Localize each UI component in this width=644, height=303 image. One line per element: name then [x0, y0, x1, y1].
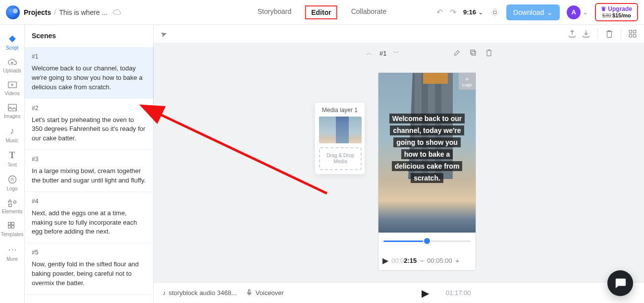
top-bar: Projects / This is where ... Storyboard …: [0, 0, 644, 25]
grid-icon[interactable]: [628, 29, 637, 38]
breadcrumb-root[interactable]: Projects: [24, 8, 51, 16]
scene-item[interactable]: #1 Welcome back to our channel, today we…: [25, 47, 153, 99]
top-nav: Storyboard Editor Collaborate: [255, 5, 390, 19]
preview-time-row: ▶ 00:02:15 − 00:05:00 +: [382, 256, 472, 265]
script-icon: ◆: [9, 33, 16, 44]
scenes-list[interactable]: #1 Welcome back to our channel, today we…: [25, 47, 153, 303]
app-logo[interactable]: [6, 5, 20, 19]
toolbar-label: Videos: [4, 91, 19, 96]
text-icon: T: [9, 150, 15, 161]
svg-rect-8: [629, 30, 632, 33]
scene-preview[interactable]: Welcome back to our channel, today we're…: [378, 72, 476, 271]
export-icon[interactable]: [568, 29, 577, 38]
scene-prev-icon[interactable]: ︿: [366, 49, 373, 58]
scene-nav: ︿ #1 ﹀: [366, 49, 400, 58]
svg-rect-13: [471, 50, 475, 54]
aspect-selector[interactable]: 9:16 ⌄: [463, 8, 483, 16]
toolbar-label: Script: [6, 45, 19, 51]
redo-icon[interactable]: ↷: [450, 7, 456, 17]
breadcrumb-title[interactable]: This is where ...: [59, 8, 107, 16]
scene-timeline[interactable]: [383, 239, 471, 250]
time-plus-icon[interactable]: +: [455, 256, 460, 265]
caption-line: Welcome back to our: [389, 114, 465, 123]
caption-line: scratch.: [411, 173, 443, 183]
svg-rect-11: [634, 35, 636, 37]
image-icon: [7, 103, 17, 112]
scene-text: Welcome back to our channel, today we're…: [32, 64, 146, 92]
toolbar-label: Templates: [1, 232, 24, 237]
logo-chip-label: Logo: [462, 82, 472, 87]
toolbar-images[interactable]: Images: [0, 100, 24, 122]
caption-stack[interactable]: Welcome back to our channel, today we're…: [383, 114, 471, 183]
tab-editor[interactable]: Editor: [305, 5, 337, 19]
chevron-down-icon[interactable]: ⌄: [583, 8, 588, 16]
breadcrumb: Projects / This is where ...: [24, 8, 121, 16]
timeline-fill: [383, 241, 427, 242]
tab-collaborate[interactable]: Collaborate: [348, 5, 390, 19]
download-button[interactable]: Download ⌄: [506, 4, 560, 20]
svg-rect-6: [8, 226, 10, 228]
edit-icon[interactable]: [453, 49, 461, 57]
play-icon[interactable]: ▶: [382, 256, 388, 265]
canvas-stage[interactable]: ︿ #1 ﹀ Media layer 1 Drag & Drop Media: [154, 43, 644, 282]
left-toolbar: ◆Script Uploads Videos Images ♪Music TTe…: [0, 25, 25, 303]
music-icon: ♪: [10, 126, 14, 136]
media-layer-popup[interactable]: Media layer 1 Drag & Drop Media: [315, 102, 365, 175]
scene-actions: [453, 49, 493, 57]
scene-number: #4: [32, 198, 146, 205]
toolbar-uploads[interactable]: Uploads: [0, 55, 24, 76]
chat-bubble-icon[interactable]: [607, 270, 633, 296]
scene-current: #1: [379, 50, 386, 57]
media-drop-zone[interactable]: Drag & Drop Media: [319, 147, 362, 170]
scene-text: Next, add the eggs one at a time, making…: [32, 209, 146, 237]
settings-icon[interactable]: [490, 8, 499, 17]
trash-icon[interactable]: [605, 29, 614, 38]
toolbar-logo[interactable]: RLogo: [0, 172, 24, 194]
upgrade-button[interactable]: ♛Upgrade $30$15/mo: [595, 3, 638, 21]
media-drop-label: Drag & Drop Media: [320, 153, 361, 165]
scene-number: #2: [32, 105, 146, 112]
logo-chip[interactable]: +Logo: [459, 73, 476, 90]
scene-item[interactable]: #5 Now, gently fold in the sifted flour …: [25, 243, 153, 295]
tab-storyboard[interactable]: Storyboard: [255, 5, 294, 19]
toolbar-music[interactable]: ♪Music: [0, 123, 24, 146]
delete-icon[interactable]: [485, 49, 493, 57]
toolbar-videos[interactable]: Videos: [0, 77, 24, 99]
global-play-icon[interactable]: ▶: [422, 287, 429, 299]
voiceover-label: Voiceover: [256, 289, 284, 297]
timeline-handle[interactable]: [424, 238, 430, 244]
media-thumbnail[interactable]: [319, 117, 362, 143]
scene-next-icon[interactable]: ﹀: [393, 49, 400, 58]
svg-rect-5: [11, 222, 14, 225]
cursor-icon[interactable]: ➤: [159, 28, 168, 39]
scene-number: #5: [32, 249, 146, 256]
scene-item[interactable]: #3 In a large mixing bowl, cream togethe…: [25, 150, 153, 192]
toolbar-elements[interactable]: Elements: [0, 195, 24, 217]
toolbar-script[interactable]: ◆Script: [0, 30, 24, 54]
toolbar-templates[interactable]: Templates: [0, 218, 24, 240]
time-minus-icon[interactable]: −: [420, 256, 424, 265]
time-total: 00:05:00: [427, 257, 452, 264]
import-icon[interactable]: [582, 29, 590, 38]
duplicate-icon[interactable]: [469, 49, 477, 57]
avatar[interactable]: A: [567, 5, 581, 19]
more-icon: ⋯: [8, 244, 17, 255]
main-area: ◆Script Uploads Videos Images ♪Music TTe…: [0, 25, 644, 303]
toolbar-text[interactable]: TText: [0, 147, 24, 171]
upload-icon: [7, 58, 17, 66]
cloud-sync-icon: [112, 9, 121, 16]
voiceover-item[interactable]: Voiceover: [246, 289, 284, 297]
plus-icon: +: [465, 76, 469, 82]
toolbar-more[interactable]: ⋯More: [0, 241, 24, 265]
scene-item[interactable]: #2 Let's start by preheating the oven to…: [25, 99, 153, 150]
toolbar-label: Elements: [2, 209, 23, 214]
toolbar-label: Music: [5, 138, 18, 143]
chevron-down-icon: ⌄: [547, 8, 553, 16]
mic-icon: [246, 289, 253, 297]
crown-icon: ♛: [601, 6, 606, 12]
svg-rect-7: [11, 226, 14, 228]
svg-rect-4: [8, 222, 10, 225]
undo-icon[interactable]: ↶: [436, 7, 443, 17]
scene-item[interactable]: #4 Next, add the eggs one at a time, mak…: [25, 192, 153, 243]
audio-track-item[interactable]: ♪storyblock audio 3468...: [162, 289, 237, 297]
